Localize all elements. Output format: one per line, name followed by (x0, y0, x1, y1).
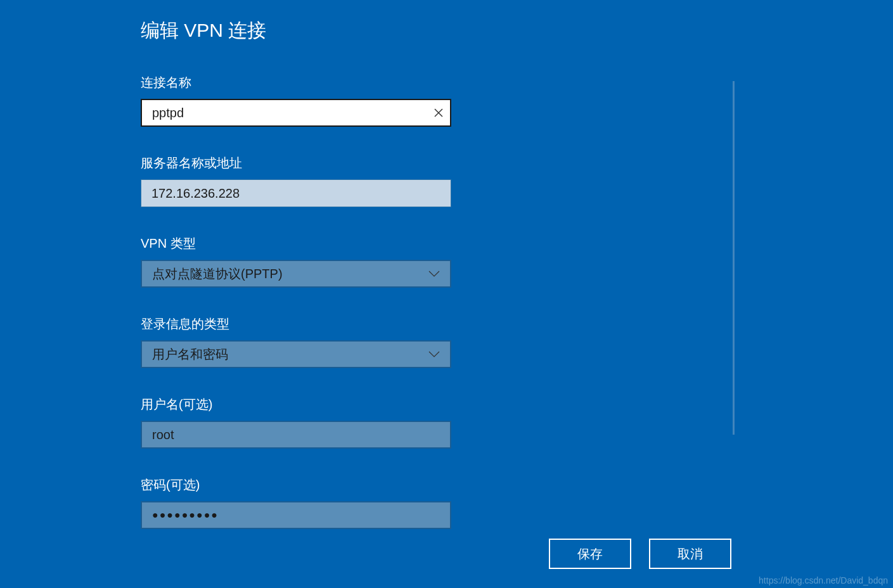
dialog-title: 编辑 VPN 连接 (141, 18, 456, 44)
vpn-type-value: 点对点隧道协议(PPTP) (152, 265, 283, 283)
password-group: 密码(可选) ●●●●●●●●● (141, 476, 456, 529)
edit-vpn-dialog: 编辑 VPN 连接 连接名称 服务器名称或地址 172.16.236.228 V… (0, 0, 456, 529)
clear-icon[interactable] (432, 106, 445, 119)
password-mask: ●●●●●●●●● (152, 509, 219, 521)
connection-name-wrapper (141, 99, 451, 127)
server-address-input[interactable]: 172.16.236.228 (141, 179, 451, 207)
username-label: 用户名(可选) (141, 396, 456, 413)
vpn-type-select[interactable]: 点对点隧道协议(PPTP) (141, 260, 451, 288)
server-address-label: 服务器名称或地址 (141, 155, 456, 172)
login-type-group: 登录信息的类型 用户名和密码 (141, 316, 456, 368)
server-address-value: 172.16.236.228 (151, 186, 240, 201)
server-address-group: 服务器名称或地址 172.16.236.228 (141, 155, 456, 207)
login-type-value: 用户名和密码 (152, 346, 228, 363)
dialog-buttons: 保存 取消 (549, 539, 731, 569)
vpn-type-group: VPN 类型 点对点隧道协议(PPTP) (141, 235, 456, 288)
chevron-down-icon (428, 268, 440, 279)
username-input[interactable]: root (141, 421, 451, 449)
login-type-label: 登录信息的类型 (141, 316, 456, 333)
connection-name-group: 连接名称 (141, 74, 456, 127)
username-group: 用户名(可选) root (141, 396, 456, 449)
vpn-type-label: VPN 类型 (141, 235, 456, 252)
watermark: https://blog.csdn.net/David_bdqn (759, 575, 888, 585)
login-type-select[interactable]: 用户名和密码 (141, 340, 451, 368)
password-label: 密码(可选) (141, 476, 456, 494)
chevron-down-icon (428, 348, 440, 360)
scrollbar[interactable] (733, 81, 735, 435)
password-input[interactable]: ●●●●●●●●● (141, 501, 451, 529)
username-value: root (152, 428, 174, 442)
save-button[interactable]: 保存 (549, 539, 631, 569)
connection-name-label: 连接名称 (141, 74, 456, 91)
connection-name-input[interactable] (141, 99, 451, 127)
cancel-button[interactable]: 取消 (649, 539, 731, 569)
